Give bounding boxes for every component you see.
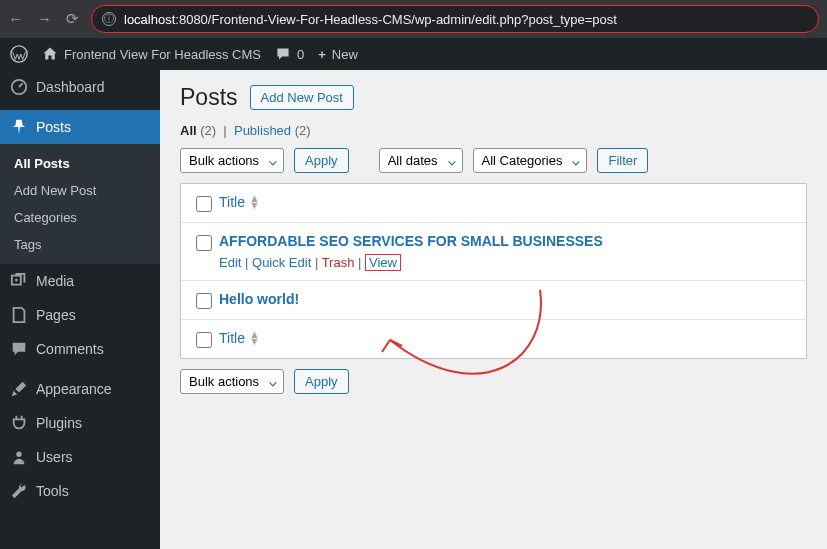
- wp-admin-bar: Frontend View For Headless CMS 0 + New: [0, 38, 827, 70]
- sidebar-label: Media: [36, 273, 74, 289]
- quick-edit-link[interactable]: Quick Edit: [252, 255, 311, 270]
- submenu-all-posts[interactable]: All Posts: [0, 150, 160, 177]
- trash-link[interactable]: Trash: [322, 255, 355, 270]
- apply-button-bottom[interactable]: Apply: [294, 369, 349, 394]
- edit-link[interactable]: Edit: [219, 255, 241, 270]
- sidebar-label: Comments: [36, 341, 104, 357]
- new-label: New: [332, 47, 358, 62]
- submenu-tags[interactable]: Tags: [0, 231, 160, 258]
- plug-icon: [10, 414, 28, 432]
- wrench-icon: [10, 482, 28, 500]
- row-checkbox[interactable]: [196, 235, 212, 251]
- comment-icon: [10, 340, 28, 358]
- table-header: Title ▲▼: [181, 184, 806, 223]
- sidebar-item-tools[interactable]: Tools: [0, 474, 160, 508]
- status-filters: All (2) | Published (2): [180, 123, 807, 138]
- sidebar-item-media[interactable]: Media: [0, 264, 160, 298]
- view-link[interactable]: View: [365, 254, 401, 271]
- sidebar-item-dashboard[interactable]: Dashboard: [0, 70, 160, 104]
- page-icon: [10, 306, 28, 324]
- submenu-categories[interactable]: Categories: [0, 204, 160, 231]
- column-title-footer[interactable]: Title ▲▼: [219, 330, 260, 346]
- select-all-checkbox[interactable]: [196, 196, 212, 212]
- comments-count: 0: [297, 47, 304, 62]
- sidebar-item-plugins[interactable]: Plugins: [0, 406, 160, 440]
- site-name-label: Frontend View For Headless CMS: [64, 47, 261, 62]
- filter-all[interactable]: All: [180, 123, 197, 138]
- sidebar-label: Plugins: [36, 415, 82, 431]
- filter-button[interactable]: Filter: [597, 148, 648, 173]
- select-all-checkbox-footer[interactable]: [196, 332, 212, 348]
- sort-icon: ▲▼: [249, 195, 260, 209]
- media-icon: [10, 272, 28, 290]
- bulk-actions-select[interactable]: Bulk actions: [180, 148, 284, 173]
- bulk-actions-select-bottom[interactable]: Bulk actions: [180, 369, 284, 394]
- sidebar-label: Pages: [36, 307, 76, 323]
- back-icon[interactable]: ←: [8, 10, 23, 28]
- apply-button[interactable]: Apply: [294, 148, 349, 173]
- brush-icon: [10, 380, 28, 398]
- column-title[interactable]: Title ▲▼: [219, 194, 260, 210]
- main-content: Posts Add New Post All (2) | Published (…: [160, 70, 827, 549]
- new-content-link[interactable]: + New: [318, 47, 358, 62]
- posts-submenu: All Posts Add New Post Categories Tags: [0, 144, 160, 264]
- add-new-post-button[interactable]: Add New Post: [250, 85, 354, 110]
- site-info-icon[interactable]: ⓘ: [102, 12, 116, 26]
- table-row: AFFORDABLE SEO SERVICES FOR SMALL BUSINE…: [181, 223, 806, 281]
- submenu-add-new-post[interactable]: Add New Post: [0, 177, 160, 204]
- comment-icon: [275, 46, 291, 62]
- sidebar-label: Appearance: [36, 381, 112, 397]
- row-checkbox[interactable]: [196, 293, 212, 309]
- sidebar-label: Tools: [36, 483, 69, 499]
- post-title-link[interactable]: Hello world!: [219, 291, 299, 307]
- post-title-link[interactable]: AFFORDABLE SEO SERVICES FOR SMALL BUSINE…: [219, 233, 603, 249]
- user-icon: [10, 448, 28, 466]
- sidebar-item-posts[interactable]: Posts: [0, 110, 160, 144]
- sidebar-item-comments[interactable]: Comments: [0, 332, 160, 366]
- sidebar-item-appearance[interactable]: Appearance: [0, 372, 160, 406]
- categories-select[interactable]: All Categories: [473, 148, 588, 173]
- pin-icon: [10, 118, 28, 136]
- reload-icon[interactable]: ⟳: [66, 10, 79, 28]
- browser-toolbar: ← → ⟳ ⓘ localhost:8080/Frontend-View-For…: [0, 0, 827, 38]
- table-footer: Title ▲▼: [181, 320, 806, 358]
- table-row: Hello world!: [181, 281, 806, 320]
- sort-icon: ▲▼: [249, 331, 260, 345]
- url-text: localhost:8080/Frontend-View-For-Headles…: [124, 12, 617, 27]
- row-actions: Edit | Quick Edit | Trash | View: [219, 255, 798, 270]
- svg-point-2: [15, 279, 18, 282]
- plus-icon: +: [318, 47, 326, 62]
- sidebar-item-users[interactable]: Users: [0, 440, 160, 474]
- admin-sidebar: Dashboard Posts All Posts Add New Post C…: [0, 70, 160, 549]
- svg-point-3: [16, 452, 21, 457]
- sidebar-label: Posts: [36, 119, 71, 135]
- filter-all-count: (2): [200, 123, 216, 138]
- dashboard-icon: [10, 78, 28, 96]
- sidebar-item-pages[interactable]: Pages: [0, 298, 160, 332]
- address-bar[interactable]: ⓘ localhost:8080/Frontend-View-For-Headl…: [91, 5, 819, 33]
- sidebar-label: Users: [36, 449, 73, 465]
- comments-link[interactable]: 0: [275, 46, 304, 62]
- dates-select[interactable]: All dates: [379, 148, 463, 173]
- page-title: Posts: [180, 84, 238, 111]
- filter-published-count: (2): [295, 123, 311, 138]
- site-home-link[interactable]: Frontend View For Headless CMS: [42, 46, 261, 62]
- home-icon: [42, 46, 58, 62]
- forward-icon[interactable]: →: [37, 10, 52, 28]
- sidebar-label: Dashboard: [36, 79, 105, 95]
- filter-published[interactable]: Published: [234, 123, 291, 138]
- posts-table: Title ▲▼ AFFORDABLE SEO SERVICES FOR SMA…: [180, 183, 807, 359]
- wp-logo-icon[interactable]: [10, 45, 28, 63]
